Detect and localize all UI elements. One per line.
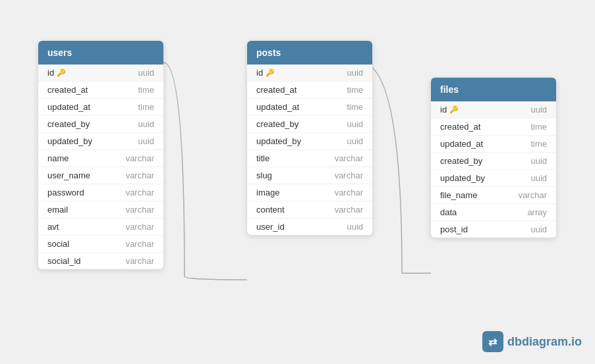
users-table-header: users [38,41,163,65]
col-name: updated_at [256,102,299,112]
col-name: created_by [256,119,298,129]
table-row: socialvarchar [38,236,163,253]
table-row: user_namevarchar [38,167,163,184]
users-table: users id 🔑uuidcreated_attimeupdated_atti… [38,41,163,269]
table-row: imagevarchar [247,184,372,201]
col-name: created_by [47,119,90,129]
col-name: created_at [47,85,88,95]
col-name: updated_at [47,102,90,112]
col-type: uuid [530,173,547,183]
col-type: time [530,139,547,149]
col-type: varchar [335,170,363,180]
col-name: created_at [440,122,480,132]
col-type: varchar [335,188,363,197]
col-name: user_name [47,170,90,180]
col-name: updated_by [256,136,301,146]
table-row: updated_attime [247,99,372,116]
table-row: created_byuuid [38,116,163,133]
col-type: varchar [519,190,547,200]
col-type: uuid [138,119,154,129]
col-type: varchar [126,170,154,180]
col-type: time [138,85,154,95]
col-name: email [47,205,68,215]
logo: ⇄ dbdiagram.io [482,331,582,352]
col-name: data [440,207,457,217]
table-row: user_iduuid [247,219,372,235]
table-row: id 🔑uuid [38,65,163,82]
table-row: updated_byuuid [38,133,163,150]
table-row: titlevarchar [247,150,372,167]
col-type: uuid [138,68,154,78]
col-type: uuid [530,156,547,166]
col-type: uuid [347,68,363,78]
col-type: varchar [126,205,154,215]
table-row: created_attime [431,118,556,136]
col-name: updated_by [47,136,92,146]
col-type: time [138,102,154,112]
table-row: post_iduuid [431,221,556,238]
table-row: id 🔑uuid [431,101,556,118]
col-name: social_id [47,256,81,266]
table-row: passwordvarchar [38,184,163,201]
table-row: updated_attime [38,99,163,116]
col-name: avt [47,222,59,232]
table-row: emailvarchar [38,201,163,219]
posts-table-title: posts [256,47,281,58]
table-row: updated_byuuid [431,170,556,187]
col-name: password [47,188,84,197]
col-name: slug [256,170,272,180]
col-name: content [256,205,285,215]
diagram-canvas: users id 🔑uuidcreated_attimeupdated_atti… [0,0,595,364]
table-row: social_idvarchar [38,253,163,269]
col-type: time [347,102,363,112]
col-type: uuid [347,222,363,232]
col-name: updated_at [440,139,483,149]
table-row: contentvarchar [247,201,372,219]
table-row: updated_attime [431,136,556,153]
files-table-header: files [431,78,556,101]
col-type: uuid [347,119,363,129]
col-type: time [347,85,363,95]
posts-table: posts id 🔑uuidcreated_attimeupdated_atti… [247,41,372,235]
col-type: uuid [530,224,547,234]
col-name: id 🔑 [47,68,66,78]
table-row: created_byuuid [247,116,372,133]
table-row: created_byuuid [431,153,556,170]
table-row: avtvarchar [38,219,163,236]
table-row: updated_byuuid [247,133,372,150]
col-name: created_by [440,156,482,166]
col-type: varchar [126,222,154,232]
col-name: updated_by [440,173,485,183]
col-name: id 🔑 [440,105,459,115]
files-table-title: files [440,84,459,95]
col-type: varchar [126,188,154,197]
table-row: dataarray [431,204,556,221]
col-name: id 🔑 [256,68,275,78]
col-type: varchar [126,153,154,163]
table-row: namevarchar [38,150,163,167]
col-type: array [527,207,547,217]
col-name: file_name [440,190,477,200]
col-type: varchar [335,153,363,163]
logo-text: dbdiagram.io [507,335,582,349]
col-type: uuid [530,105,547,115]
col-name: created_at [256,85,297,95]
col-name: post_id [440,224,468,234]
col-name: image [256,188,279,197]
table-row: slugvarchar [247,167,372,184]
col-name: social [47,239,69,249]
pk-icon: 🔑 [57,68,66,77]
logo-icon: ⇄ [482,331,503,352]
table-row: created_attime [38,82,163,99]
col-type: varchar [335,205,363,215]
col-type: varchar [126,239,154,249]
col-type: varchar [126,256,154,266]
posts-table-header: posts [247,41,372,65]
col-type: time [530,122,547,132]
col-name: title [256,153,269,163]
table-row: id 🔑uuid [247,65,372,82]
table-row: created_attime [247,82,372,99]
col-type: uuid [138,136,154,146]
pk-icon: 🔑 [449,105,459,114]
col-name: name [47,153,69,163]
